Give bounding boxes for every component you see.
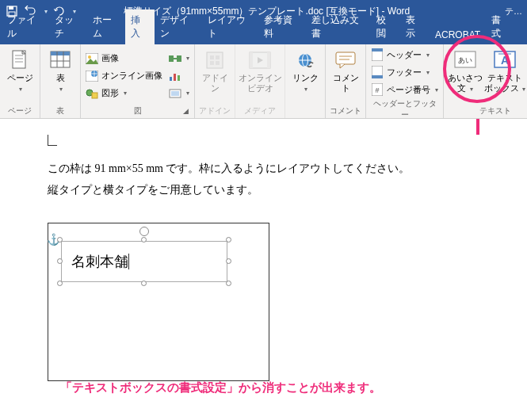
tab-review[interactable]: 校閲 <box>371 10 400 44</box>
greeting-button[interactable]: あい あいさつ 文 ▾ <box>447 47 483 105</box>
link-icon <box>294 49 316 71</box>
pages-button[interactable]: ページ▾ <box>3 47 36 105</box>
image-label: 画像 <box>101 52 119 64</box>
textbox-button[interactable]: A テキスト ボックス ▾ <box>487 47 523 105</box>
comment-button[interactable]: コメント <box>329 47 362 105</box>
svg-rect-19 <box>177 55 181 62</box>
tab-mailings[interactable]: 差し込み文書 <box>306 10 372 44</box>
tab-file[interactable]: ファイル <box>2 10 49 44</box>
document-area: テキストボックスを使うと 好きな場所に移動しやすく、 レイアウト調整が楽です。 … <box>0 119 527 420</box>
svg-rect-24 <box>171 91 179 96</box>
tab-layout[interactable]: レイアウト <box>202 10 258 44</box>
text-cursor <box>128 254 129 269</box>
svg-rect-18 <box>169 55 174 62</box>
svg-rect-31 <box>250 52 253 68</box>
group-addins: アドイ ン アドイン <box>195 44 235 118</box>
greeting-label: あいさつ 文 <box>448 73 483 93</box>
svg-rect-22 <box>178 75 180 81</box>
anchor-icon[interactable]: ⚓ <box>47 233 60 246</box>
image-icon <box>86 52 98 65</box>
page-number-icon: # <box>371 83 384 96</box>
rotate-handle[interactable] <box>139 227 149 236</box>
chart-button[interactable] <box>167 68 191 84</box>
video-icon <box>249 49 271 71</box>
screenshot-icon <box>169 87 181 100</box>
card-frame[interactable]: ⚓ 名刺本舗 <box>48 223 269 381</box>
group-media: オンライン ビデオ メディア <box>235 44 285 118</box>
svg-rect-8 <box>51 52 70 55</box>
online-image-label: オンライン画像 <box>101 70 162 82</box>
chart-icon <box>169 70 181 82</box>
page-number-label: ページ番号 <box>387 84 430 96</box>
textbox-content: 名刺本舗 <box>71 252 128 271</box>
smartart-button[interactable]: ▾ <box>167 51 191 67</box>
online-image-button[interactable]: オンライン画像 <box>84 68 164 84</box>
table-button[interactable]: 表▾ <box>44 47 77 105</box>
online-image-icon <box>86 70 98 82</box>
pages-label: ページ <box>7 73 33 82</box>
tab-touch[interactable]: タッチ <box>49 10 87 44</box>
tab-design[interactable]: デザイン <box>155 10 202 44</box>
tab-home[interactable]: ホーム <box>87 10 125 44</box>
group-label-illustrations: 図 <box>84 105 191 116</box>
group-pages: ページ▾ ページ <box>0 44 40 118</box>
header-button[interactable]: ヘッダー▾ <box>369 47 440 63</box>
svg-text:A: A <box>501 54 509 67</box>
links-button[interactable]: リンク▾ <box>288 47 322 107</box>
links-label: リンク <box>292 73 319 82</box>
svg-rect-28 <box>210 61 214 65</box>
group-text: あい あいさつ 文 ▾ A テキスト ボックス ▾ A A テキスト <box>444 44 527 118</box>
image-button[interactable]: 画像 <box>84 51 164 67</box>
paragraph-mark <box>48 135 57 146</box>
group-tables: 表▾ 表 <box>40 44 81 118</box>
screenshot-button[interactable]: ▾ <box>167 86 191 101</box>
shapes-button[interactable]: 図形▾ <box>84 86 164 101</box>
textbox-selected[interactable]: ⚓ 名刺本舗 <box>61 241 227 282</box>
group-links: リンク▾ <box>285 44 326 118</box>
svg-rect-29 <box>216 61 220 65</box>
svg-text:#: # <box>375 86 379 94</box>
svg-rect-27 <box>216 55 220 59</box>
svg-rect-36 <box>336 52 355 64</box>
ribbon: ページ▾ ページ 表▾ 表 画像 オンライン画像 図形▾ ▾ ▾ 図 <box>0 44 527 119</box>
document-text[interactable]: この枠は 91 mm×55 mm です。枠に入るようにレイアウトしてください。 … <box>48 158 501 200</box>
illustrations-launcher[interactable]: ◢ <box>183 107 193 116</box>
group-label-headerfooter: ヘッダーとフッター <box>369 97 440 120</box>
svg-rect-32 <box>267 52 270 68</box>
addins-button[interactable]: アドイ ン <box>198 47 231 105</box>
page[interactable]: この枠は 91 mm×55 mm です。枠に入るようにレイアウトしてください。 … <box>25 135 501 381</box>
tab-view[interactable]: 表示 <box>400 10 430 44</box>
group-label-pages: ページ <box>3 105 36 116</box>
video-label: オンライン ビデオ <box>239 73 282 94</box>
svg-rect-21 <box>174 74 176 81</box>
tab-insert[interactable]: 挿入 <box>125 10 155 44</box>
tab-acrobat[interactable]: ACROBAT <box>430 25 486 44</box>
svg-rect-26 <box>210 55 214 59</box>
greeting-icon: あい <box>454 49 476 71</box>
tab-references[interactable]: 参考資料 <box>258 10 306 44</box>
ribbon-tabs: ファイル タッチ ホーム 挿入 デザイン レイアウト 参考資料 差し込み文書 校… <box>0 22 527 44</box>
group-label-addins: アドイン <box>198 105 231 116</box>
group-label-text: テキスト <box>447 105 527 116</box>
svg-rect-25 <box>207 52 223 68</box>
page-number-button[interactable]: #ページ番号▾ <box>369 82 440 97</box>
shapes-label: 図形 <box>101 87 119 99</box>
table-label: 表 <box>56 73 65 82</box>
online-video-button[interactable]: オンライン ビデオ <box>239 47 281 105</box>
textbox[interactable]: 名刺本舗 <box>61 241 227 282</box>
svg-rect-20 <box>170 77 172 81</box>
footer-label: フッター <box>387 67 422 78</box>
header-icon <box>371 48 384 61</box>
group-headerfooter: ヘッダー▾ フッター▾ #ページ番号▾ ヘッダーとフッター <box>366 44 444 118</box>
tab-format[interactable]: 書式 <box>486 10 525 44</box>
textbox-label: テキスト ボックス <box>484 73 522 93</box>
textbox-icon: A <box>494 49 516 71</box>
svg-rect-17 <box>92 93 97 98</box>
addins-icon <box>204 49 226 71</box>
group-label-links <box>288 107 322 116</box>
shapes-icon <box>86 87 98 100</box>
comment-icon <box>334 49 357 71</box>
footer-button[interactable]: フッター▾ <box>369 64 440 80</box>
group-label-tables: 表 <box>44 105 77 116</box>
svg-rect-42 <box>372 75 383 78</box>
